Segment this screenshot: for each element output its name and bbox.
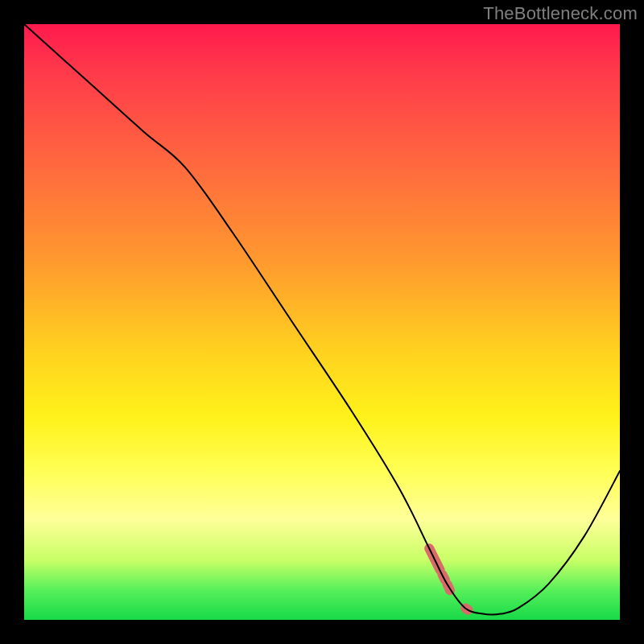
curve-svg xyxy=(24,24,620,620)
plot-area xyxy=(24,24,620,620)
watermark-label: TheBottleneck.com xyxy=(483,3,638,24)
chart-frame: TheBottleneck.com xyxy=(0,0,644,644)
highlight-line xyxy=(429,548,524,614)
bottleneck-line xyxy=(24,24,620,615)
